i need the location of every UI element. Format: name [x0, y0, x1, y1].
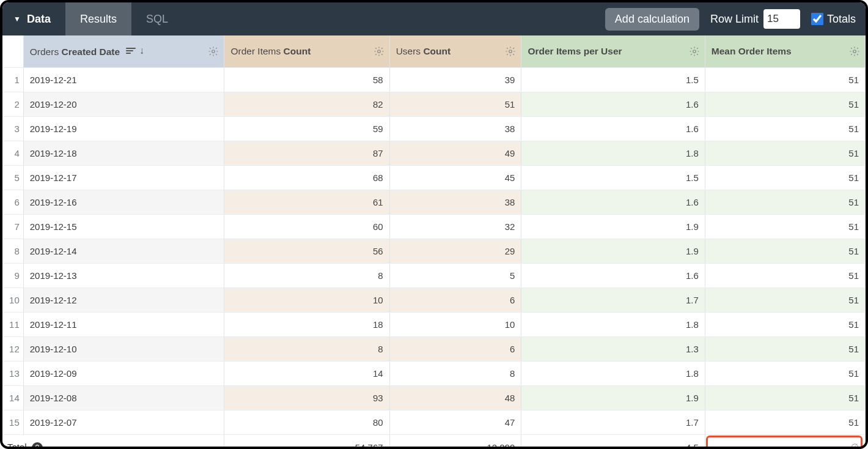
header-date-prefix: Orders [30, 46, 62, 57]
cell-mean-order-items[interactable]: 51 [705, 288, 865, 312]
gear-icon[interactable] [689, 46, 700, 57]
cell-mean-order-items[interactable]: 51 [705, 336, 865, 361]
cell-users-count[interactable]: 38 [389, 116, 521, 141]
tab-results[interactable]: Results [65, 2, 131, 35]
cell-date[interactable]: 2019-12-12 [23, 288, 224, 312]
cell-users-count[interactable]: 39 [389, 67, 521, 92]
cell-order-items-count[interactable]: 59 [224, 116, 389, 141]
cell-users-count[interactable]: 38 [389, 190, 521, 214]
cell-mean-order-items[interactable]: 51 [705, 190, 865, 214]
cell-date[interactable]: 2019-12-21 [23, 67, 224, 92]
tab-data[interactable]: ▼ Data [2, 2, 65, 35]
cell-order-items-count[interactable]: 10 [224, 288, 389, 312]
cell-users-count[interactable]: 48 [389, 385, 521, 410]
table-row: 12019-12-2158391.551 [2, 67, 866, 92]
gear-icon[interactable] [505, 46, 516, 57]
cell-users-count[interactable]: 49 [389, 141, 521, 165]
cell-items-per-user[interactable]: 1.5 [521, 67, 705, 92]
cell-order-items-count[interactable]: 8 [224, 263, 389, 288]
cell-items-per-user[interactable]: 1.7 [521, 288, 705, 312]
header-created-date[interactable]: Orders Created Date ↓ [23, 35, 224, 67]
cell-mean-order-items[interactable]: 51 [705, 312, 865, 336]
gear-icon[interactable] [373, 46, 384, 57]
cell-users-count[interactable]: 6 [389, 288, 521, 312]
cell-order-items-count[interactable]: 60 [224, 214, 389, 239]
cell-order-items-count[interactable]: 80 [224, 410, 389, 434]
row-limit-input[interactable] [763, 9, 800, 29]
cell-mean-order-items[interactable]: 51 [705, 67, 865, 92]
table-body: 12019-12-2158391.55122019-12-2082511.651… [2, 67, 866, 434]
cell-mean-order-items[interactable]: 51 [705, 214, 865, 239]
cell-items-per-user[interactable]: 1.9 [521, 214, 705, 239]
totals-checkbox[interactable] [811, 13, 823, 25]
cell-items-per-user[interactable]: 1.6 [521, 116, 705, 141]
cell-date[interactable]: 2019-12-20 [23, 92, 224, 116]
header-mean-label: Mean Order Items [712, 46, 792, 56]
cell-order-items-count[interactable]: 58 [224, 67, 389, 92]
cell-order-items-count[interactable]: 61 [224, 190, 389, 214]
cell-items-per-user[interactable]: 1.6 [521, 263, 705, 288]
cell-date[interactable]: 2019-12-07 [23, 410, 224, 434]
cell-order-items-count[interactable]: 18 [224, 312, 389, 336]
tab-sql-label: SQL [146, 13, 168, 26]
cell-order-items-count[interactable]: 68 [224, 165, 389, 190]
header-users-count[interactable]: Users Count [389, 35, 521, 67]
cell-users-count[interactable]: 45 [389, 165, 521, 190]
cell-date[interactable]: 2019-12-16 [23, 190, 224, 214]
cell-users-count[interactable]: 51 [389, 92, 521, 116]
cell-date[interactable]: 2019-12-15 [23, 214, 224, 239]
cell-items-per-user[interactable]: 1.8 [521, 361, 705, 385]
cell-mean-order-items[interactable]: 51 [705, 410, 865, 434]
cell-mean-order-items[interactable]: 51 [705, 116, 865, 141]
cell-users-count[interactable]: 8 [389, 361, 521, 385]
cell-order-items-count[interactable]: 8 [224, 336, 389, 361]
cell-date[interactable]: 2019-12-10 [23, 336, 224, 361]
cell-items-per-user[interactable]: 1.7 [521, 410, 705, 434]
cell-date[interactable]: 2019-12-19 [23, 116, 224, 141]
cell-mean-order-items[interactable]: 51 [705, 361, 865, 385]
row-number: 14 [2, 385, 23, 410]
cell-users-count[interactable]: 32 [389, 214, 521, 239]
tab-sql[interactable]: SQL [131, 2, 183, 35]
cell-date[interactable]: 2019-12-17 [23, 165, 224, 190]
cell-items-per-user[interactable]: 1.9 [521, 239, 705, 263]
cell-date[interactable]: 2019-12-18 [23, 141, 224, 165]
header-items-per-user[interactable]: Order Items per User [521, 35, 705, 67]
cell-items-per-user[interactable]: 1.6 [521, 190, 705, 214]
cell-items-per-user[interactable]: 1.9 [521, 385, 705, 410]
add-calculation-button[interactable]: Add calculation [605, 8, 699, 31]
gear-icon[interactable] [849, 46, 860, 57]
cell-date[interactable]: 2019-12-14 [23, 239, 224, 263]
cell-mean-order-items[interactable]: 51 [705, 92, 865, 116]
cell-mean-order-items[interactable]: 51 [705, 385, 865, 410]
header-order-items-count[interactable]: Order Items Count [224, 35, 389, 67]
cell-items-per-user[interactable]: 1.5 [521, 165, 705, 190]
cell-order-items-count[interactable]: 93 [224, 385, 389, 410]
help-icon[interactable]: ? [32, 442, 43, 447]
cell-mean-order-items[interactable]: 51 [705, 141, 865, 165]
cell-date[interactable]: 2019-12-08 [23, 385, 224, 410]
row-number: 2 [2, 92, 23, 116]
cell-items-per-user[interactable]: 1.8 [521, 141, 705, 165]
cell-date[interactable]: 2019-12-09 [23, 361, 224, 385]
cell-order-items-count[interactable]: 87 [224, 141, 389, 165]
cell-users-count[interactable]: 29 [389, 239, 521, 263]
cell-mean-order-items[interactable]: 51 [705, 239, 865, 263]
cell-users-count[interactable]: 47 [389, 410, 521, 434]
cell-items-per-user[interactable]: 1.3 [521, 336, 705, 361]
header-mean-order-items[interactable]: Mean Order Items [705, 35, 865, 67]
cell-mean-order-items[interactable]: 51 [705, 263, 865, 288]
cell-items-per-user[interactable]: 1.6 [521, 92, 705, 116]
cell-order-items-count[interactable]: 82 [224, 92, 389, 116]
cell-users-count[interactable]: 10 [389, 312, 521, 336]
cell-order-items-count[interactable]: 56 [224, 239, 389, 263]
cell-mean-order-items[interactable]: 51 [705, 165, 865, 190]
cell-date[interactable]: 2019-12-11 [23, 312, 224, 336]
cell-date[interactable]: 2019-12-13 [23, 263, 224, 288]
cell-users-count[interactable]: 5 [389, 263, 521, 288]
gear-icon[interactable] [208, 46, 219, 57]
cell-items-per-user[interactable]: 1.8 [521, 312, 705, 336]
table-row: 42019-12-1887491.851 [2, 141, 866, 165]
cell-order-items-count[interactable]: 14 [224, 361, 389, 385]
cell-users-count[interactable]: 6 [389, 336, 521, 361]
